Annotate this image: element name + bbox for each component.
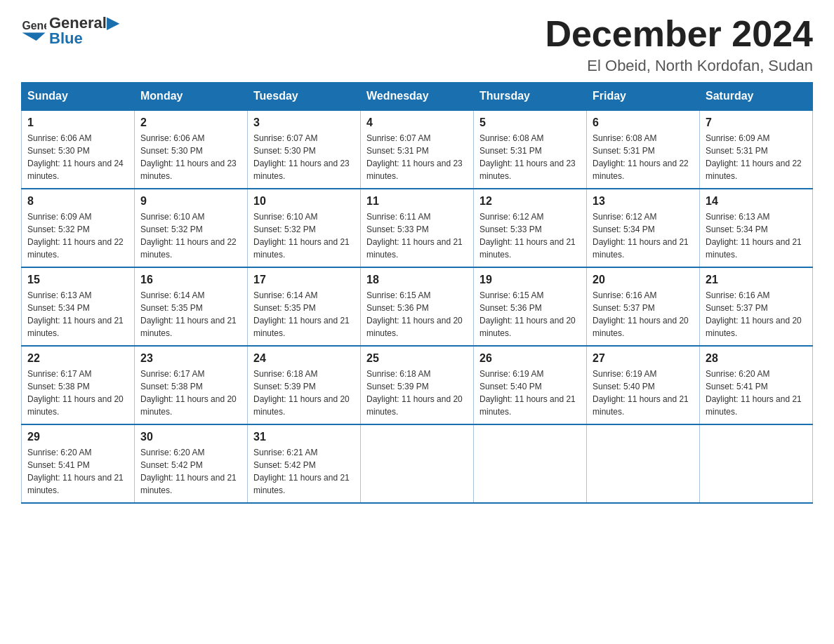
day-number: 24 — [253, 352, 355, 365]
svg-text:General: General — [22, 20, 46, 32]
day-info: Sunrise: 6:18 AM Sunset: 5:39 PM Dayligh… — [253, 368, 355, 418]
day-info: Sunrise: 6:20 AM Sunset: 5:42 PM Dayligh… — [140, 446, 241, 497]
day-number: 19 — [479, 274, 581, 286]
day-info: Sunrise: 6:15 AM Sunset: 5:36 PM Dayligh… — [366, 289, 468, 340]
calendar-cell: 26 Sunrise: 6:19 AM Sunset: 5:40 PM Dayl… — [474, 346, 587, 424]
day-headers-row: SundayMondayTuesdayWednesdayThursdayFrid… — [22, 83, 813, 111]
calendar-cell: 9 Sunrise: 6:10 AM Sunset: 5:32 PM Dayli… — [135, 189, 248, 267]
calendar-cell: 8 Sunrise: 6:09 AM Sunset: 5:32 PM Dayli… — [22, 189, 135, 267]
calendar-cell: 22 Sunrise: 6:17 AM Sunset: 5:38 PM Dayl… — [22, 346, 135, 424]
column-header-wednesday: Wednesday — [361, 83, 474, 111]
calendar-cell: 20 Sunrise: 6:16 AM Sunset: 5:37 PM Dayl… — [587, 267, 700, 346]
day-number: 25 — [366, 352, 468, 365]
day-info: Sunrise: 6:14 AM Sunset: 5:35 PM Dayligh… — [140, 289, 241, 340]
day-number: 4 — [366, 116, 468, 129]
day-number: 20 — [593, 274, 694, 286]
day-info: Sunrise: 6:16 AM Sunset: 5:37 PM Dayligh… — [706, 289, 807, 340]
day-info: Sunrise: 6:12 AM Sunset: 5:33 PM Dayligh… — [479, 210, 581, 261]
day-number: 28 — [706, 352, 807, 365]
day-info: Sunrise: 6:15 AM Sunset: 5:36 PM Dayligh… — [479, 289, 581, 340]
day-info: Sunrise: 6:10 AM Sunset: 5:32 PM Dayligh… — [140, 210, 241, 261]
day-number: 5 — [479, 116, 581, 129]
day-info: Sunrise: 6:06 AM Sunset: 5:30 PM Dayligh… — [140, 132, 241, 182]
day-number: 30 — [140, 431, 241, 443]
day-info: Sunrise: 6:09 AM Sunset: 5:31 PM Dayligh… — [706, 132, 807, 182]
header: General General▶ Blue December 2024 El O… — [21, 14, 813, 75]
day-info: Sunrise: 6:19 AM Sunset: 5:40 PM Dayligh… — [593, 368, 694, 418]
day-number: 12 — [479, 195, 581, 208]
month-title: December 2024 — [545, 14, 813, 54]
calendar-cell: 5 Sunrise: 6:08 AM Sunset: 5:31 PM Dayli… — [474, 110, 587, 189]
title-area: December 2024 El Obeid, North Kordofan, … — [545, 14, 813, 75]
day-info: Sunrise: 6:17 AM Sunset: 5:38 PM Dayligh… — [140, 368, 241, 418]
day-info: Sunrise: 6:16 AM Sunset: 5:37 PM Dayligh… — [593, 289, 694, 340]
calendar-cell: 27 Sunrise: 6:19 AM Sunset: 5:40 PM Dayl… — [587, 346, 700, 424]
day-number: 8 — [27, 195, 128, 208]
svg-marker-1 — [22, 32, 45, 41]
day-info: Sunrise: 6:21 AM Sunset: 5:42 PM Dayligh… — [253, 446, 355, 497]
day-number: 14 — [706, 195, 807, 208]
calendar-cell — [361, 424, 474, 503]
day-info: Sunrise: 6:17 AM Sunset: 5:38 PM Dayligh… — [27, 368, 128, 418]
day-info: Sunrise: 6:10 AM Sunset: 5:32 PM Dayligh… — [253, 210, 355, 261]
day-number: 3 — [253, 116, 355, 129]
day-number: 2 — [140, 116, 241, 129]
calendar-cell — [474, 424, 587, 503]
day-number: 15 — [27, 274, 128, 286]
logo-icon: General — [21, 15, 46, 41]
day-info: Sunrise: 6:12 AM Sunset: 5:34 PM Dayligh… — [593, 210, 694, 261]
week-row-4: 22 Sunrise: 6:17 AM Sunset: 5:38 PM Dayl… — [22, 346, 813, 424]
calendar-cell: 1 Sunrise: 6:06 AM Sunset: 5:30 PM Dayli… — [22, 110, 135, 189]
day-number: 17 — [253, 274, 355, 286]
calendar-cell: 3 Sunrise: 6:07 AM Sunset: 5:30 PM Dayli… — [248, 110, 361, 189]
column-header-thursday: Thursday — [474, 83, 587, 111]
day-number: 16 — [140, 274, 241, 286]
day-info: Sunrise: 6:08 AM Sunset: 5:31 PM Dayligh… — [593, 132, 694, 182]
calendar-cell — [587, 424, 700, 503]
day-number: 31 — [253, 431, 355, 443]
day-info: Sunrise: 6:09 AM Sunset: 5:32 PM Dayligh… — [27, 210, 128, 261]
day-number: 29 — [27, 431, 128, 443]
day-number: 27 — [593, 352, 694, 365]
day-number: 7 — [706, 116, 807, 129]
calendar-cell: 12 Sunrise: 6:12 AM Sunset: 5:33 PM Dayl… — [474, 189, 587, 267]
calendar-cell: 7 Sunrise: 6:09 AM Sunset: 5:31 PM Dayli… — [700, 110, 813, 189]
day-number: 26 — [479, 352, 581, 365]
calendar-cell: 14 Sunrise: 6:13 AM Sunset: 5:34 PM Dayl… — [700, 189, 813, 267]
calendar-cell: 17 Sunrise: 6:14 AM Sunset: 5:35 PM Dayl… — [248, 267, 361, 346]
calendar-cell: 25 Sunrise: 6:18 AM Sunset: 5:39 PM Dayl… — [361, 346, 474, 424]
calendar-cell: 29 Sunrise: 6:20 AM Sunset: 5:41 PM Dayl… — [22, 424, 135, 503]
day-number: 6 — [593, 116, 694, 129]
calendar-cell: 16 Sunrise: 6:14 AM Sunset: 5:35 PM Dayl… — [135, 267, 248, 346]
day-info: Sunrise: 6:14 AM Sunset: 5:35 PM Dayligh… — [253, 289, 355, 340]
column-header-saturday: Saturday — [700, 83, 813, 111]
day-info: Sunrise: 6:13 AM Sunset: 5:34 PM Dayligh… — [706, 210, 807, 261]
calendar-cell: 13 Sunrise: 6:12 AM Sunset: 5:34 PM Dayl… — [587, 189, 700, 267]
calendar-cell: 24 Sunrise: 6:18 AM Sunset: 5:39 PM Dayl… — [248, 346, 361, 424]
calendar-cell: 23 Sunrise: 6:17 AM Sunset: 5:38 PM Dayl… — [135, 346, 248, 424]
calendar-table: SundayMondayTuesdayWednesdayThursdayFrid… — [21, 82, 813, 504]
day-number: 13 — [593, 195, 694, 208]
week-row-1: 1 Sunrise: 6:06 AM Sunset: 5:30 PM Dayli… — [22, 110, 813, 189]
day-info: Sunrise: 6:11 AM Sunset: 5:33 PM Dayligh… — [366, 210, 468, 261]
week-row-2: 8 Sunrise: 6:09 AM Sunset: 5:32 PM Dayli… — [22, 189, 813, 267]
calendar-cell: 2 Sunrise: 6:06 AM Sunset: 5:30 PM Dayli… — [135, 110, 248, 189]
day-number: 1 — [27, 116, 128, 129]
day-number: 10 — [253, 195, 355, 208]
day-number: 9 — [140, 195, 241, 208]
calendar-cell: 19 Sunrise: 6:15 AM Sunset: 5:36 PM Dayl… — [474, 267, 587, 346]
logo: General General▶ Blue — [21, 14, 119, 48]
day-number: 21 — [706, 274, 807, 286]
calendar-cell: 18 Sunrise: 6:15 AM Sunset: 5:36 PM Dayl… — [361, 267, 474, 346]
day-info: Sunrise: 6:07 AM Sunset: 5:31 PM Dayligh… — [366, 132, 468, 182]
location-subtitle: El Obeid, North Kordofan, Sudan — [545, 57, 813, 75]
day-number: 18 — [366, 274, 468, 286]
calendar-cell: 15 Sunrise: 6:13 AM Sunset: 5:34 PM Dayl… — [22, 267, 135, 346]
column-header-friday: Friday — [587, 83, 700, 111]
week-row-5: 29 Sunrise: 6:20 AM Sunset: 5:41 PM Dayl… — [22, 424, 813, 503]
day-info: Sunrise: 6:06 AM Sunset: 5:30 PM Dayligh… — [27, 132, 128, 182]
column-header-tuesday: Tuesday — [248, 83, 361, 111]
day-info: Sunrise: 6:13 AM Sunset: 5:34 PM Dayligh… — [27, 289, 128, 340]
day-info: Sunrise: 6:20 AM Sunset: 5:41 PM Dayligh… — [27, 446, 128, 497]
day-info: Sunrise: 6:20 AM Sunset: 5:41 PM Dayligh… — [706, 368, 807, 418]
